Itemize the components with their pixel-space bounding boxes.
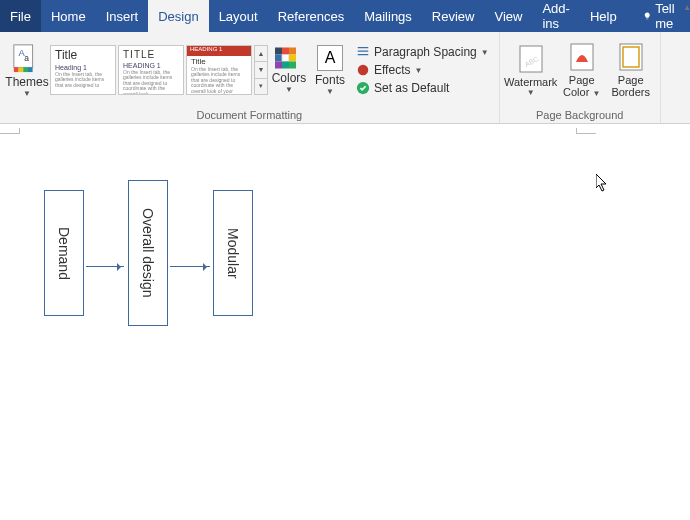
- svg-rect-10: [275, 55, 282, 62]
- chevron-down-icon: ▼: [285, 87, 293, 93]
- gallery-more[interactable]: ▾: [255, 79, 267, 94]
- svg-rect-7: [275, 48, 282, 55]
- chevron-down-icon: ▼: [414, 66, 422, 75]
- chevron-down-icon: ▼: [592, 89, 600, 98]
- tab-layout[interactable]: Layout: [209, 0, 268, 32]
- tab-review[interactable]: Review: [422, 0, 485, 32]
- shape-text: Overall design: [140, 208, 156, 298]
- colors-button[interactable]: Colors ▼: [268, 34, 310, 106]
- tab-addins[interactable]: Add-ins: [532, 0, 579, 32]
- page-borders-icon: [618, 42, 644, 72]
- colors-icon: [275, 47, 303, 69]
- ribbon: A a Themes ▼ Title Heading 1 On the Inse…: [0, 32, 690, 124]
- tab-view[interactable]: View: [484, 0, 532, 32]
- svg-rect-9: [289, 48, 296, 55]
- svg-rect-3: [14, 67, 19, 72]
- shape-box-demand[interactable]: Demand: [44, 190, 84, 316]
- tab-mailings[interactable]: Mailings: [354, 0, 422, 32]
- fonts-icon: A: [317, 45, 343, 71]
- group-document-formatting: A a Themes ▼ Title Heading 1 On the Inse…: [0, 32, 500, 123]
- page-margin-mark-left: [0, 128, 20, 134]
- tab-insert[interactable]: Insert: [96, 0, 149, 32]
- shape-box-overall-design[interactable]: Overall design: [128, 180, 168, 326]
- shape-text: Demand: [56, 227, 72, 280]
- svg-rect-12: [289, 55, 296, 62]
- tab-bar: File Home Insert Design Layout Reference…: [0, 0, 690, 32]
- gallery-scroll-up[interactable]: ▲: [255, 46, 267, 62]
- connector-arrow-1[interactable]: [86, 266, 124, 267]
- svg-rect-15: [289, 62, 296, 69]
- style-set-2[interactable]: TITLE HEADING 1 On the Insert tab, the g…: [118, 45, 184, 95]
- check-circle-icon: [356, 81, 370, 95]
- chevron-down-icon: ▼: [527, 90, 535, 96]
- svg-rect-4: [19, 67, 24, 72]
- mouse-cursor-icon: [596, 174, 608, 192]
- page-color-icon: [569, 42, 595, 72]
- style-set-gallery: Title Heading 1 On the Insert tab, the g…: [50, 45, 268, 95]
- document-canvas[interactable]: Demand Overall design Modular: [0, 124, 690, 520]
- fonts-button[interactable]: A Fonts ▼: [310, 34, 350, 106]
- svg-rect-5: [23, 67, 28, 72]
- chevron-down-icon: ▼: [326, 89, 334, 95]
- connector-arrow-2[interactable]: [170, 266, 210, 267]
- svg-text:a: a: [24, 53, 29, 63]
- effects-icon: [356, 63, 370, 77]
- tab-references[interactable]: References: [268, 0, 354, 32]
- lightbulb-icon: [643, 9, 652, 23]
- svg-point-16: [358, 65, 369, 76]
- group-label-page-bg: Page Background: [500, 108, 660, 123]
- tab-home[interactable]: Home: [41, 0, 96, 32]
- style-set-1[interactable]: Title Heading 1 On the Insert tab, the g…: [50, 45, 116, 95]
- chevron-down-icon: ▼: [23, 91, 31, 97]
- tab-help[interactable]: Help: [580, 0, 627, 32]
- ribbon-collapse-icon[interactable]: ▴: [685, 2, 690, 12]
- watermark-icon: ABC: [518, 44, 544, 74]
- paragraph-spacing-icon: [356, 45, 370, 59]
- set-as-default-button[interactable]: Set as Default: [354, 80, 491, 96]
- watermark-button[interactable]: ABC Watermark ▼: [504, 34, 558, 106]
- shape-text: Modular: [225, 228, 241, 279]
- themes-button[interactable]: A a Themes ▼: [4, 34, 50, 106]
- svg-rect-14: [282, 62, 289, 69]
- effects-button[interactable]: Effects ▼: [354, 62, 491, 78]
- style-set-3[interactable]: HEADING 1 Title On the Insert tab, the g…: [186, 45, 252, 95]
- svg-rect-8: [282, 48, 289, 55]
- svg-rect-6: [28, 67, 33, 72]
- shape-box-modular[interactable]: Modular: [213, 190, 253, 316]
- group-label-doc-formatting: Document Formatting: [0, 108, 499, 123]
- gallery-scroll-down[interactable]: ▼: [255, 62, 267, 78]
- page-color-button[interactable]: Page Color ▼: [558, 34, 606, 106]
- themes-icon: A a: [12, 43, 42, 73]
- gallery-scroll: ▲ ▼ ▾: [254, 45, 268, 95]
- group-page-background: ABC Watermark ▼ Page Color ▼ Page Border…: [500, 32, 661, 123]
- page-margin-mark-right: [576, 128, 596, 134]
- svg-rect-11: [282, 55, 289, 62]
- paragraph-spacing-button[interactable]: Paragraph Spacing ▼: [354, 44, 491, 60]
- chevron-down-icon: ▼: [481, 48, 489, 57]
- page-borders-button[interactable]: Page Borders: [606, 34, 656, 106]
- tab-file[interactable]: File: [0, 0, 41, 32]
- tell-me-search[interactable]: Tell me: [633, 0, 690, 32]
- formatting-options: Paragraph Spacing ▼ Effects ▼ Set as Def…: [350, 42, 495, 98]
- tab-design[interactable]: Design: [148, 0, 208, 32]
- svg-rect-13: [275, 62, 282, 69]
